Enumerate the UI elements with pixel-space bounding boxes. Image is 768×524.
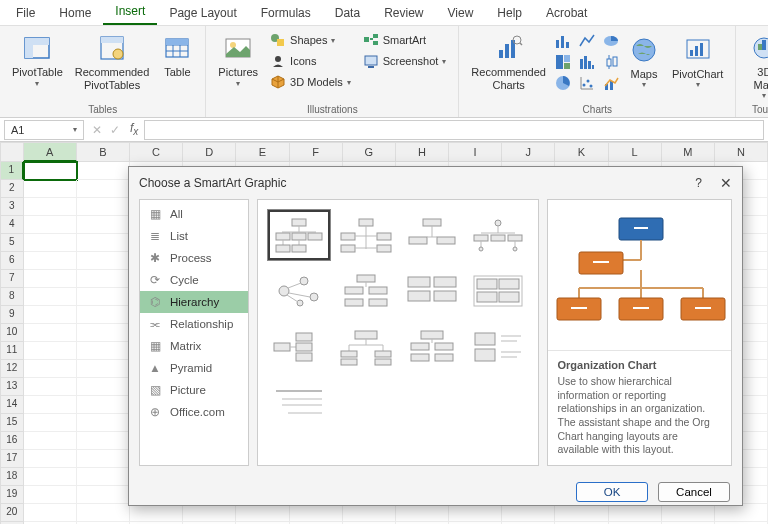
cell[interactable] xyxy=(77,486,130,504)
gallery-item[interactable] xyxy=(402,210,462,260)
cell[interactable] xyxy=(77,378,130,396)
row-header[interactable]: 16 xyxy=(0,432,24,450)
fx-enter-icon[interactable]: ✓ xyxy=(106,123,124,137)
gallery-item[interactable] xyxy=(268,378,330,428)
cell[interactable] xyxy=(24,486,77,504)
row-header[interactable]: 20 xyxy=(0,504,24,522)
cell[interactable] xyxy=(77,306,130,324)
cell[interactable] xyxy=(77,324,130,342)
row-header[interactable]: 13 xyxy=(0,378,24,396)
cell[interactable] xyxy=(77,450,130,468)
category-office-com[interactable]: ⊕Office.com xyxy=(140,401,248,423)
tab-formulas[interactable]: Formulas xyxy=(249,2,323,25)
cell[interactable] xyxy=(77,468,130,486)
category-pyramid[interactable]: ▲Pyramid xyxy=(140,357,248,379)
column-chart-button[interactable] xyxy=(554,32,572,50)
cell[interactable] xyxy=(24,378,77,396)
row-header[interactable]: 5 xyxy=(0,234,24,252)
gallery-item[interactable] xyxy=(336,266,396,316)
pivottable-button[interactable]: PivotTable ▾ xyxy=(8,30,67,90)
row-header[interactable]: 10 xyxy=(0,324,24,342)
cell[interactable] xyxy=(77,198,130,216)
column-header[interactable]: N xyxy=(715,142,768,162)
tab-help[interactable]: Help xyxy=(485,2,534,25)
maps-button[interactable]: Maps ▾ xyxy=(624,32,664,92)
cell[interactable] xyxy=(77,234,130,252)
cell[interactable] xyxy=(24,342,77,360)
row-header[interactable]: 8 xyxy=(0,288,24,306)
cell[interactable] xyxy=(77,396,130,414)
column-header[interactable]: A xyxy=(24,142,77,162)
screenshot-button[interactable]: Screenshot▾ xyxy=(359,51,451,71)
column-header[interactable]: K xyxy=(555,142,608,162)
row-header[interactable]: 7 xyxy=(0,270,24,288)
column-header[interactable]: I xyxy=(449,142,502,162)
row-header[interactable]: 18 xyxy=(0,468,24,486)
fx-cancel-icon[interactable]: ✕ xyxy=(88,123,106,137)
cell[interactable] xyxy=(24,162,77,180)
category-cycle[interactable]: ⟳Cycle xyxy=(140,269,248,291)
gallery-item[interactable] xyxy=(402,322,462,372)
tab-home[interactable]: Home xyxy=(47,2,103,25)
cell[interactable] xyxy=(77,216,130,234)
column-header[interactable]: G xyxy=(343,142,396,162)
category-hierarchy[interactable]: ⌬Hierarchy xyxy=(140,291,248,313)
cell[interactable] xyxy=(24,288,77,306)
row-header[interactable]: 12 xyxy=(0,360,24,378)
tab-file[interactable]: File xyxy=(4,2,47,25)
cell[interactable] xyxy=(24,180,77,198)
category-all[interactable]: ▦All xyxy=(140,203,248,225)
gallery-item[interactable] xyxy=(268,210,330,260)
cell[interactable] xyxy=(77,288,130,306)
combo-chart-button[interactable] xyxy=(602,74,620,92)
column-header[interactable]: L xyxy=(609,142,662,162)
icons-button[interactable]: Icons xyxy=(266,51,355,71)
gallery-item[interactable] xyxy=(468,266,528,316)
gallery-item[interactable] xyxy=(336,210,396,260)
tab-view[interactable]: View xyxy=(436,2,486,25)
dialog-help-button[interactable]: ? xyxy=(695,176,702,190)
cell[interactable] xyxy=(24,216,77,234)
gallery-item[interactable] xyxy=(336,322,396,372)
column-header[interactable]: E xyxy=(236,142,289,162)
cell[interactable] xyxy=(24,450,77,468)
cell[interactable] xyxy=(77,360,130,378)
cell[interactable] xyxy=(24,414,77,432)
row-header[interactable]: 14 xyxy=(0,396,24,414)
row-header[interactable]: 1 xyxy=(0,162,24,180)
column-header[interactable]: D xyxy=(183,142,236,162)
cell[interactable] xyxy=(24,396,77,414)
tab-data[interactable]: Data xyxy=(323,2,372,25)
gallery-item[interactable] xyxy=(268,266,330,316)
cell[interactable] xyxy=(24,234,77,252)
cell[interactable] xyxy=(77,252,130,270)
cell[interactable] xyxy=(24,432,77,450)
pie-3d-chart-button[interactable] xyxy=(602,32,620,50)
ok-button[interactable]: OK xyxy=(576,482,648,502)
category-picture[interactable]: ▧Picture xyxy=(140,379,248,401)
tab-page-layout[interactable]: Page Layout xyxy=(157,2,248,25)
cell[interactable] xyxy=(77,414,130,432)
close-icon[interactable]: ✕ xyxy=(720,175,732,191)
fx-icon[interactable]: fx xyxy=(124,121,144,137)
row-header[interactable]: 19 xyxy=(0,486,24,504)
cell[interactable] xyxy=(77,180,130,198)
boxwhisker-chart-button[interactable] xyxy=(602,53,620,71)
cell[interactable] xyxy=(24,306,77,324)
scatter-chart-button[interactable] xyxy=(578,74,596,92)
pivotchart-button[interactable]: PivotChart ▾ xyxy=(668,32,727,92)
recommended-pivottables-button[interactable]: Recommended PivotTables xyxy=(71,30,154,93)
treemap-chart-button[interactable] xyxy=(554,53,572,71)
tab-review[interactable]: Review xyxy=(372,2,435,25)
tab-acrobat[interactable]: Acrobat xyxy=(534,2,599,25)
row-header[interactable]: 9 xyxy=(0,306,24,324)
cell[interactable] xyxy=(77,270,130,288)
formula-input[interactable] xyxy=(144,120,764,140)
row-header[interactable]: 6 xyxy=(0,252,24,270)
cell[interactable] xyxy=(24,270,77,288)
cell[interactable] xyxy=(24,324,77,342)
column-header[interactable]: F xyxy=(290,142,343,162)
cancel-button[interactable]: Cancel xyxy=(658,482,730,502)
gallery-item[interactable] xyxy=(402,266,462,316)
category-matrix[interactable]: ▦Matrix xyxy=(140,335,248,357)
